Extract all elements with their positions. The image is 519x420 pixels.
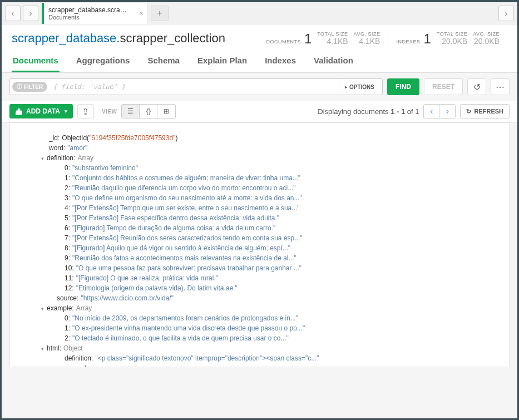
view-toggle: ☰ {} ⊞ — [121, 104, 176, 118]
array-item[interactable]: 6:"[Figurado] Tempo de duração de alguma… — [49, 223, 499, 233]
chevron-down-icon[interactable]: ▾ — [41, 345, 47, 353]
array-item[interactable]: 4:"[Por Extensão] Tempo que um ser exist… — [49, 203, 499, 213]
array-item[interactable]: 9:"Reunião dos fatos e acontecimentos ma… — [49, 253, 499, 263]
array-item[interactable]: 0:"No início de 2009, os departamentos f… — [49, 313, 499, 323]
tab-subtitle: Documents — [48, 14, 141, 21]
indexes-avg-size: 20.0KB — [474, 37, 500, 46]
documents-toolbar: ADD DATA ⇪ VIEW ☰ {} ⊞ Displaying docume… — [2, 101, 517, 122]
array-item[interactable]: 1:"O ex-presidente vinha mantendo uma vi… — [49, 323, 499, 333]
view-label: VIEW — [102, 108, 117, 115]
new-tab-button[interactable]: + — [151, 6, 169, 21]
filter-bar: FILTER { field: 'value' } ▸OPTIONS FIND … — [2, 73, 517, 101]
field-id[interactable]: _id:ObjectId("6194f35f25fde7005f47593d") — [49, 133, 499, 143]
filter-badge: FILTER — [12, 82, 47, 92]
close-icon[interactable]: × — [139, 9, 144, 18]
more-icon[interactable]: ⋯ — [491, 78, 510, 95]
documents-total-size: 4.1KB — [327, 37, 348, 46]
array-item[interactable]: 1:"Conjunto dos hábitos e costumes de al… — [49, 173, 499, 183]
array-item[interactable]: 11:"[Figurado] O que se realiza; prática… — [49, 273, 499, 283]
namespace: scrapper_database.scrapper_collection — [12, 31, 225, 46]
documents-count: 1 — [304, 32, 312, 46]
array-item[interactable]: 0:"substantivo feminino" — [49, 163, 499, 173]
filter-input[interactable]: FILTER { field: 'value' } ▸OPTIONS — [9, 78, 383, 95]
filter-placeholder: { field: 'value' } — [47, 83, 339, 91]
indexes-label: INDEXES — [396, 39, 420, 45]
collection-header: scrapper_database.scrapper_collection DO… — [2, 24, 517, 50]
collection-name: .scrapper_collection — [116, 31, 225, 45]
array-item[interactable]: 5:"[Por Extensão] Fase específica dentro… — [49, 213, 499, 223]
history-icon[interactable]: ↺ — [467, 78, 486, 95]
array-item[interactable]: 2:"O teclado é iluminado, o que facilita… — [49, 333, 499, 343]
chevron-down-icon[interactable]: ▾ — [41, 155, 47, 163]
field-example[interactable]: ▾example:Array — [49, 303, 499, 313]
array-item[interactable]: 12:"Etimologia (origem da palavra vida).… — [49, 283, 499, 293]
documents-label: DOCUMENTS — [266, 39, 301, 45]
section-tabs: Documents Aggregations Schema Explain Pl… — [2, 50, 517, 73]
tab-validation[interactable]: Validation — [313, 50, 354, 72]
tab-documents[interactable]: Documents — [12, 50, 60, 72]
view-json-icon[interactable]: {} — [140, 105, 157, 118]
documents-avg-size: 4.1KB — [359, 37, 380, 46]
field-source[interactable]: source:"https://www.dicio.com.br/vida/" — [49, 293, 499, 303]
tab-explain-plan[interactable]: Explain Plan — [196, 50, 248, 72]
view-list-icon[interactable]: ☰ — [122, 105, 140, 118]
nav-back-button[interactable]: ‹ — [5, 6, 21, 21]
add-data-button[interactable]: ADD DATA — [9, 104, 73, 118]
chevron-down-icon[interactable]: ▾ — [41, 305, 47, 313]
window-tabs: ‹ › scrapper_database.scra… Documents × … — [2, 2, 517, 24]
options-button[interactable]: ▸OPTIONS — [339, 79, 380, 95]
array-item[interactable]: 7:"[Por Extensão] Reunião dos seres cara… — [49, 233, 499, 243]
collection-tab[interactable]: scrapper_database.scra… Documents × — [42, 3, 147, 24]
page-prev-icon[interactable]: ‹ — [424, 105, 439, 118]
tab-title: scrapper_database.scra… — [48, 6, 141, 14]
find-button[interactable]: FIND — [387, 78, 419, 95]
indexes-count: 1 — [423, 32, 431, 46]
array-item[interactable]: 2:"Reunião daquilo que diferencia um cor… — [49, 183, 499, 193]
tab-indexes[interactable]: Indexes — [264, 50, 297, 72]
tab-aggregations[interactable]: Aggregations — [75, 50, 131, 72]
document-viewer[interactable]: _id:ObjectId("6194f35f25fde7005f47593d")… — [9, 122, 510, 367]
import-icon[interactable]: ⇪ — [77, 104, 94, 118]
array-item[interactable]: 8:"[Figurado] Aquilo que dá vigor ou sen… — [49, 243, 499, 253]
field-definition[interactable]: ▾definition:Array — [49, 153, 499, 163]
nav-forward-button[interactable]: › — [23, 6, 38, 21]
nav-end-button[interactable]: › — [498, 6, 514, 21]
field-html-definition[interactable]: definition:"<p class="significado texton… — [49, 353, 499, 363]
field-html-example-key[interactable]: example: — [49, 363, 499, 367]
pagination: ‹ › — [423, 104, 456, 118]
array-item[interactable]: 10:"O que uma pessoa faz para sobreviver… — [49, 263, 499, 273]
document-count: Displaying documents 1 - 1 of 1 — [318, 107, 419, 116]
tab-schema[interactable]: Schema — [146, 50, 181, 72]
reset-button[interactable]: RESET — [424, 78, 463, 95]
array-item[interactable]: 3:"O que define um organismo do seu nasc… — [49, 193, 499, 203]
indexes-total-size: 20.0KB — [442, 37, 467, 46]
database-name[interactable]: scrapper_database — [12, 31, 116, 45]
refresh-icon: ↻ — [466, 108, 471, 115]
refresh-button[interactable]: ↻REFRESH — [460, 104, 510, 118]
page-next-icon[interactable]: › — [439, 105, 455, 118]
view-table-icon[interactable]: ⊞ — [157, 105, 175, 118]
field-html[interactable]: ▾html:Object — [49, 343, 499, 353]
field-word[interactable]: word:"amor" — [49, 143, 499, 153]
